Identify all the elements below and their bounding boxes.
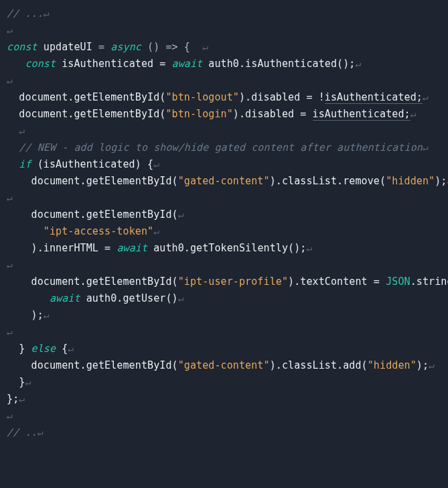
fn-name: updateUI bbox=[38, 41, 92, 53]
kw-const-2: const bbox=[25, 58, 56, 70]
str-hidden-1: "hidden" bbox=[386, 175, 435, 187]
kw-await-1: await bbox=[172, 58, 203, 70]
stringify: .stringify( bbox=[410, 276, 448, 288]
kw-else: else bbox=[31, 343, 56, 355]
str-btn-logout: "btn-logout" bbox=[165, 91, 239, 103]
newline-icon: ↵ bbox=[19, 125, 25, 137]
newline-icon: ↵ bbox=[44, 309, 50, 321]
json-ident: JSON bbox=[386, 276, 410, 288]
newline-icon: ↵ bbox=[7, 24, 13, 36]
semi-2: ; bbox=[404, 108, 410, 121]
isauth-decl: isAuthenticated = bbox=[56, 58, 171, 70]
newline-icon: ↵ bbox=[423, 141, 429, 154]
newline-icon: ↵ bbox=[153, 158, 159, 170]
gc1-close: ); bbox=[435, 175, 447, 187]
newline-icon: ↵ bbox=[19, 393, 25, 405]
tok-inner: ).innerHTML = bbox=[31, 242, 117, 254]
kw-await-2: await bbox=[117, 242, 147, 254]
tok-call: auth0.getTokenSilently(); bbox=[147, 242, 306, 254]
str-hidden-2: "hidden" bbox=[368, 359, 417, 371]
doc-get-1: document.getElementById( bbox=[19, 91, 165, 103]
str-ipt-access: "ipt-access-token" bbox=[44, 225, 153, 237]
prof-close: ); bbox=[31, 309, 44, 321]
op-eq: = bbox=[92, 41, 110, 53]
comment-new: // NEW - add logic to show/hide gated co… bbox=[19, 141, 423, 154]
else-brace: } bbox=[19, 343, 31, 355]
newline-icon: ↵ bbox=[410, 108, 417, 120]
disabled-2: ).disabled = bbox=[233, 108, 313, 120]
auth0-call-1: auth0.isAuthenticated(); bbox=[202, 58, 355, 70]
str-gated-1: "gated-content" bbox=[178, 175, 270, 187]
if-cond: (isAuthenticated) { bbox=[31, 158, 154, 170]
newline-icon: ↵ bbox=[178, 292, 184, 304]
isauth-ref-2: isAuthenticated bbox=[313, 108, 404, 121]
str-gated-2: "gated-content" bbox=[178, 359, 270, 371]
close-outer: }; bbox=[7, 393, 19, 405]
fn-name-text: updateUI bbox=[44, 41, 92, 53]
newline-icon: ↵ bbox=[355, 58, 361, 70]
newline-icon: ↵ bbox=[7, 74, 13, 86]
newline-icon: ↵ bbox=[202, 41, 208, 53]
newline-icon: ↵ bbox=[68, 343, 74, 355]
newline-icon: ↵ bbox=[7, 259, 13, 271]
newline-icon: ↵ bbox=[306, 242, 312, 254]
prof-text: ).textContent = bbox=[288, 276, 386, 288]
classlist-add: ).classList.add( bbox=[270, 359, 368, 371]
disabled-1: ).disabled = ! bbox=[239, 91, 325, 103]
newline-icon: ↵ bbox=[7, 326, 13, 338]
doc-get-tok: document.getElementById( bbox=[31, 208, 178, 221]
semi-1: ; bbox=[417, 91, 423, 104]
kw-const: const bbox=[7, 41, 38, 53]
kw-async: async bbox=[110, 41, 141, 53]
gc2-close: ); bbox=[417, 359, 429, 371]
doc-get-gc2: document.getElementById( bbox=[31, 359, 178, 371]
doc-get-2: document.getElementById( bbox=[19, 108, 165, 120]
isauth-ref-1: isAuthenticated bbox=[325, 91, 417, 104]
newline-icon: ↵ bbox=[423, 91, 429, 103]
doc-get-prof: document.getElementById( bbox=[31, 276, 178, 288]
newline-icon: ↵ bbox=[7, 192, 13, 204]
comment-bottom: // .. bbox=[7, 426, 38, 438]
kw-if: if bbox=[19, 158, 31, 170]
arrow: () => { bbox=[141, 41, 190, 53]
code-block[interactable]: // ...↵ ↵ const updateUI = async () => {… bbox=[0, 0, 448, 446]
getuser: auth0.getUser() bbox=[80, 292, 178, 304]
doc-get-gc1: document.getElementById( bbox=[31, 175, 178, 187]
str-btn-login: "btn-login" bbox=[165, 108, 232, 120]
str-ipt-profile: "ipt-user-profile" bbox=[178, 276, 288, 288]
newline-icon: ↵ bbox=[429, 359, 435, 371]
newline-icon: ↵ bbox=[178, 208, 184, 221]
newline-icon: ↵ bbox=[153, 225, 159, 237]
kw-await-3: await bbox=[50, 292, 80, 304]
newline-icon: ↵ bbox=[44, 7, 50, 19]
newline-icon: ↵ bbox=[7, 410, 13, 422]
comment-top: // ... bbox=[7, 7, 44, 19]
else-open: { bbox=[56, 343, 68, 355]
newline-icon: ↵ bbox=[38, 426, 44, 438]
classlist-remove: ).classList.remove( bbox=[270, 175, 386, 187]
newline-icon: ↵ bbox=[25, 376, 31, 388]
